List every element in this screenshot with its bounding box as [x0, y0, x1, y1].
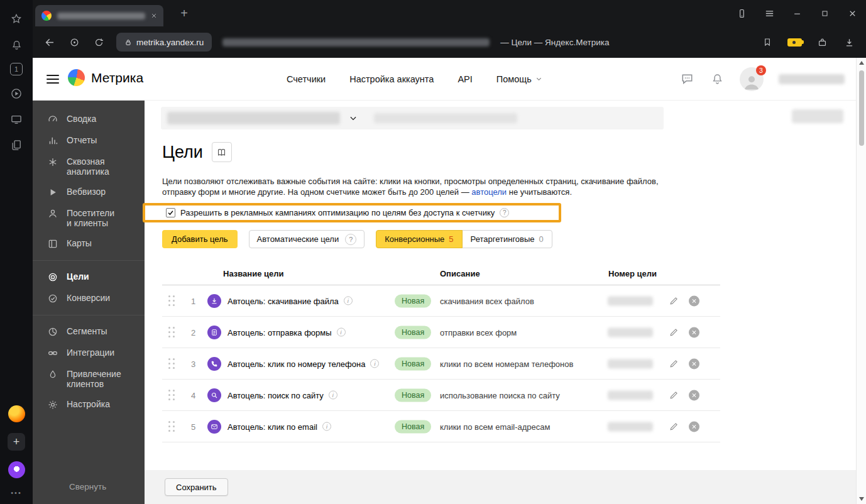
site-info-icon[interactable] [67, 35, 81, 49]
new-tab-button[interactable]: + [175, 4, 194, 23]
sidebar-item-summary[interactable]: Сводка [33, 109, 145, 130]
optimization-checkbox[interactable] [166, 208, 175, 217]
sidebar-item-segments[interactable]: Сегменты [33, 321, 145, 342]
sidebar-item-cross-analytics[interactable]: Сквозная аналитика [33, 151, 145, 182]
bookmark-report-button[interactable] [212, 142, 232, 162]
drag-handle[interactable] [168, 295, 175, 307]
rail-add-button[interactable]: + [8, 433, 25, 451]
maximize-button[interactable] [811, 0, 838, 26]
notes-icon[interactable] [9, 138, 24, 153]
scrollbar-thumb[interactable] [859, 70, 864, 146]
sidebar-item-visitors[interactable]: Посетители и клиенты [33, 203, 145, 233]
browser-tab[interactable] [35, 5, 163, 26]
counter-selector-bar[interactable] [161, 107, 664, 129]
automatic-goals-button[interactable]: Автоматические цели ? [249, 230, 365, 248]
save-button[interactable]: Сохранить [165, 478, 228, 496]
sidebar-item-maps[interactable]: Карты [33, 233, 145, 255]
close-button[interactable] [838, 0, 866, 26]
reload-icon[interactable] [92, 35, 106, 49]
drag-handle[interactable] [168, 327, 175, 338]
add-goal-button[interactable]: Добавить цель [162, 230, 238, 248]
sidebar-item-client-acquisition[interactable]: Привлечение клиентов [33, 364, 145, 394]
tab-retargeting-goals[interactable]: Ретаргетинговые 0 [462, 230, 552, 248]
tab-close-icon[interactable] [151, 13, 157, 19]
url-host-pill[interactable]: metrika.yandex.ru [116, 33, 212, 52]
back-icon[interactable] [43, 35, 57, 49]
goal-name[interactable]: Автоцель: поиск по сайту [227, 390, 324, 400]
help-icon[interactable]: ? [500, 208, 509, 217]
sidebar-item-goals[interactable]: Цели [33, 266, 145, 288]
table-row: 3 Автоцель: клик по номеру телефона i Но… [162, 348, 720, 380]
sidebar-item-conversions[interactable]: Конверсии [33, 288, 145, 309]
rail-more-icon[interactable]: ••• [11, 489, 22, 496]
delete-icon[interactable] [689, 421, 699, 432]
delete-icon[interactable] [689, 390, 699, 400]
notifications-icon[interactable] [710, 72, 725, 87]
extensions-icon[interactable] [815, 35, 829, 49]
sidebar-item-integrations[interactable]: Интеграции [33, 342, 145, 364]
scroll-up-icon[interactable] [859, 61, 864, 65]
edit-icon[interactable] [667, 295, 680, 307]
drag-handle[interactable] [168, 390, 175, 401]
tab-conversion-goals[interactable]: Конверсионные 5 [376, 230, 462, 248]
autogoals-link[interactable]: автоцели [471, 187, 507, 197]
info-icon[interactable]: i [344, 297, 353, 305]
screencast-icon[interactable] [9, 112, 24, 127]
edit-icon[interactable] [667, 389, 680, 402]
browser-profile-avatar[interactable] [8, 405, 25, 422]
link-icon [47, 348, 58, 359]
delete-icon[interactable] [689, 327, 699, 337]
minimize-button[interactable] [783, 0, 811, 26]
help-icon[interactable]: ? [345, 234, 356, 245]
drag-handle[interactable] [168, 358, 175, 370]
search-goal-icon [207, 388, 221, 402]
video-play-icon[interactable] [9, 86, 24, 101]
downloads-icon[interactable] [842, 35, 856, 49]
power-saving-icon[interactable] [787, 38, 802, 47]
sidebar-item-webvisor[interactable]: Вебвизор [33, 182, 145, 203]
info-icon[interactable]: i [337, 328, 346, 337]
phone-sync-icon[interactable] [728, 0, 755, 26]
alice-assistant-icon[interactable] [8, 461, 25, 478]
scroll-down-icon[interactable] [859, 497, 864, 501]
tab-count-badge[interactable]: 1 [10, 63, 23, 75]
app-menu-icon[interactable] [47, 75, 59, 86]
favorites-star-icon[interactable] [9, 11, 24, 26]
feedback-chat-icon[interactable] [679, 72, 694, 87]
drag-handle[interactable] [168, 421, 175, 432]
sidebar-item-settings[interactable]: Настройка [33, 394, 145, 415]
goal-name[interactable]: Автоцель: клик по email [227, 422, 317, 431]
info-icon[interactable]: i [329, 391, 337, 400]
delete-icon[interactable] [689, 358, 699, 369]
goal-name[interactable]: Автоцель: отправка формы [227, 327, 332, 337]
nav-api[interactable]: API [458, 74, 472, 84]
user-avatar[interactable]: 3 [740, 67, 764, 91]
bookmark-flag-icon[interactable] [760, 35, 774, 49]
address-bar-actions [760, 35, 856, 49]
status-badge: Новая [395, 388, 431, 402]
sidebar-collapse-button[interactable]: Свернуть [33, 473, 145, 504]
browser-menu-icon[interactable] [755, 0, 783, 26]
edit-icon[interactable] [667, 326, 680, 339]
notifications-bell-icon[interactable] [9, 37, 24, 52]
lock-icon [124, 38, 132, 47]
page-scrollbar[interactable] [856, 58, 866, 504]
info-icon[interactable]: i [322, 422, 331, 431]
url-host: metrika.yandex.ru [136, 38, 204, 47]
sidebar-item-reports[interactable]: Отчеты [33, 130, 145, 151]
nav-counters[interactable]: Счетчики [287, 74, 326, 84]
goal-name-group: Автоцель: скачивание файла i [227, 296, 353, 305]
goal-name-group: Автоцель: клик по email i [227, 422, 331, 431]
metrika-logo[interactable]: Метрика [68, 69, 143, 86]
nav-account-settings[interactable]: Настройка аккаунта [349, 74, 434, 84]
goal-name[interactable]: Автоцель: клик по номеру телефона [227, 359, 365, 368]
delete-icon[interactable] [689, 295, 699, 306]
goal-name[interactable]: Автоцель: скачивание файла [227, 296, 339, 305]
metrika-logo-icon [68, 69, 85, 86]
metrika-header: Метрика Счетчики Настройка аккаунта API … [33, 58, 856, 101]
edit-icon[interactable] [667, 420, 680, 433]
table-header: Название цели Описание Номер цели [162, 261, 720, 285]
info-icon[interactable]: i [370, 359, 379, 368]
nav-help[interactable]: Помощь [496, 74, 542, 84]
edit-icon[interactable] [667, 358, 680, 370]
